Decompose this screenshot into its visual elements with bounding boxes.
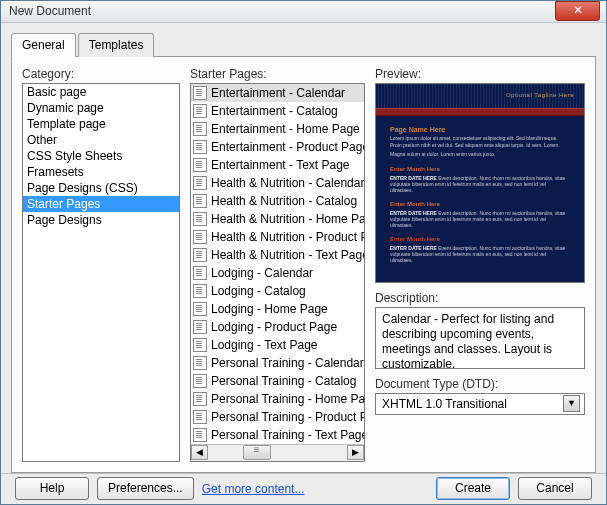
tab-general[interactable]: General [11,33,76,57]
starter-page-item[interactable]: Entertainment - Text Page [191,156,364,174]
tab-templates[interactable]: Templates [78,33,155,57]
starter-page-item[interactable]: Health & Nutrition - Calendar [191,174,364,192]
starter-page-item[interactable]: Lodging - Product Page [191,318,364,336]
category-item[interactable]: Page Designs [23,212,179,228]
starter-page-label: Health & Nutrition - Calendar [211,176,364,190]
page-icon [193,212,207,226]
page-icon [193,392,207,406]
tab-panel-general: Category: Basic pageDynamic pageTemplate… [11,56,596,473]
starter-page-item[interactable]: Personal Training - Text Page [191,426,364,444]
starter-page-item[interactable]: Lodging - Catalog [191,282,364,300]
preview-month: Enter Month Here [390,236,570,242]
starter-page-label: Personal Training - Catalog [211,374,356,388]
preview-text: Lorem ipsum dolor sit amet, consectetuer… [390,135,570,149]
preview-month: Enter Month Here [390,166,570,172]
starter-page-label: Health & Nutrition - Catalog [211,194,357,208]
starter-pages-listbox[interactable]: Entertainment - CalendarEntertainment - … [190,83,365,462]
starter-page-label: Entertainment - Text Page [211,158,350,172]
page-icon [193,230,207,244]
get-more-content-link[interactable]: Get more content... [202,482,305,496]
starter-page-label: Personal Training - Home Page [211,392,364,406]
scroll-thumb[interactable] [243,445,271,460]
starter-page-item[interactable]: Lodging - Home Page [191,300,364,318]
preview-month: Enter Month Here [390,201,570,207]
starter-page-item[interactable]: Health & Nutrition - Home Page [191,210,364,228]
starter-page-label: Personal Training - Calendar [211,356,364,370]
page-icon [193,284,207,298]
page-icon [193,86,207,100]
starter-page-label: Entertainment - Product Page [211,140,364,154]
close-icon[interactable]: ✕ [555,1,600,21]
starter-page-label: Personal Training - Product Page [211,410,364,424]
page-icon [193,410,207,424]
dtd-select[interactable]: XHTML 1.0 Transitional ▼ [375,393,585,415]
starter-page-item[interactable]: Entertainment - Calendar [191,84,364,102]
category-item[interactable]: CSS Style Sheets [23,148,179,164]
category-item[interactable]: Dynamic page [23,100,179,116]
starter-page-label: Entertainment - Calendar [211,86,345,100]
dtd-selected-value: XHTML 1.0 Transitional [382,397,563,411]
create-button[interactable]: Create [436,477,510,500]
page-icon [193,338,207,352]
page-icon [193,158,207,172]
cancel-button[interactable]: Cancel [518,477,592,500]
starter-page-label: Personal Training - Text Page [211,428,364,442]
dialog-footer: Help Preferences... Get more content... … [1,473,606,504]
scroll-left-icon[interactable]: ◀ [191,445,208,460]
label-category: Category: [22,67,180,81]
page-icon [193,140,207,154]
page-icon [193,374,207,388]
starter-page-label: Lodging - Catalog [211,284,306,298]
category-item[interactable]: Basic page [23,84,179,100]
starter-page-label: Health & Nutrition - Product Page [211,230,364,244]
page-icon [193,302,207,316]
starter-page-item[interactable]: Lodging - Text Page [191,336,364,354]
category-item[interactable]: Starter Pages [23,196,179,212]
starter-page-item[interactable]: Entertainment - Catalog [191,102,364,120]
starter-page-label: Lodging - Text Page [211,338,318,352]
help-button[interactable]: Help [15,477,89,500]
starter-page-item[interactable]: Personal Training - Catalog [191,372,364,390]
starter-page-item[interactable]: Entertainment - Home Page [191,120,364,138]
chevron-down-icon[interactable]: ▼ [563,395,580,412]
page-icon [193,320,207,334]
starter-page-label: Health & Nutrition - Text Page [211,248,364,262]
category-item[interactable]: Framesets [23,164,179,180]
page-icon [193,356,207,370]
starter-page-item[interactable]: Personal Training - Calendar [191,354,364,372]
category-item[interactable]: Page Designs (CSS) [23,180,179,196]
page-icon [193,122,207,136]
preview-thumbnail: Optional Tagline Here Page Name Here Lor… [375,83,585,283]
page-icon [193,176,207,190]
starter-page-item[interactable]: Health & Nutrition - Catalog [191,192,364,210]
starter-page-item[interactable]: Lodging - Calendar [191,264,364,282]
preview-text: Magna vulum at dolor. Lorem enim varius … [390,151,570,158]
starter-page-label: Health & Nutrition - Home Page [211,212,364,226]
page-icon [193,248,207,262]
category-item[interactable]: Other [23,132,179,148]
page-icon [193,428,207,442]
starter-page-label: Lodging - Calendar [211,266,313,280]
starter-page-item[interactable]: Health & Nutrition - Product Page [191,228,364,246]
starter-page-item[interactable]: Personal Training - Home Page [191,390,364,408]
scroll-right-icon[interactable]: ▶ [347,445,364,460]
label-dtd: Document Type (DTD): [375,377,585,391]
page-icon [193,104,207,118]
description-box: Calendar - Perfect for listing and descr… [375,307,585,369]
preferences-button[interactable]: Preferences... [97,477,194,500]
category-listbox[interactable]: Basic pageDynamic pageTemplate pageOther… [22,83,180,462]
horizontal-scrollbar[interactable]: ◀ ▶ [191,444,364,461]
starter-page-label: Entertainment - Catalog [211,104,338,118]
starter-page-item[interactable]: Personal Training - Product Page [191,408,364,426]
label-description: Description: [375,291,585,305]
page-icon [193,194,207,208]
preview-page-name: Page Name Here [390,126,570,133]
tab-strip: General Templates [11,33,596,57]
starter-page-label: Lodging - Product Page [211,320,337,334]
starter-page-item[interactable]: Entertainment - Product Page [191,138,364,156]
starter-page-label: Entertainment - Home Page [211,122,360,136]
starter-page-label: Lodging - Home Page [211,302,328,316]
category-item[interactable]: Template page [23,116,179,132]
window-title: New Document [9,4,555,18]
starter-page-item[interactable]: Health & Nutrition - Text Page [191,246,364,264]
